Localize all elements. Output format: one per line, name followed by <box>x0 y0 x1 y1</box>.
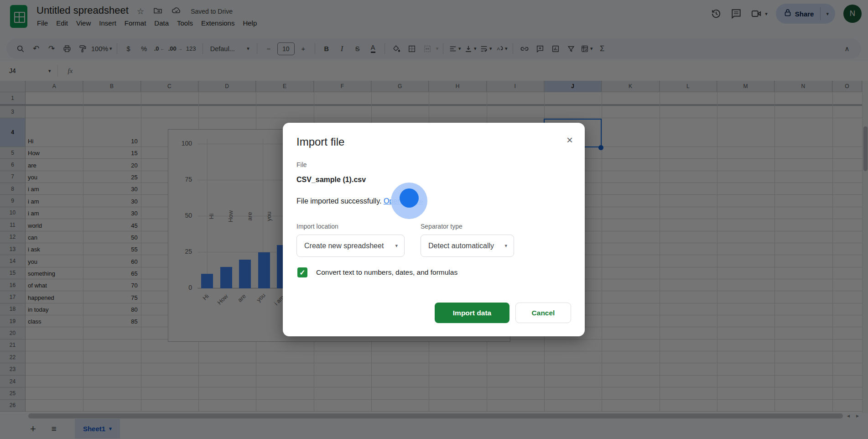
file-label: File <box>296 161 307 168</box>
file-name: CSV_sample (1).csv <box>296 176 366 184</box>
loading-spinner-dot <box>400 188 419 208</box>
import-data-button[interactable]: Import data <box>435 303 509 323</box>
separator-type-label: Separator type <box>421 223 463 230</box>
close-icon[interactable]: × <box>567 135 573 146</box>
convert-text-checkbox[interactable]: ✓ <box>297 267 307 277</box>
import-location-value: Create new spreadsheet <box>304 242 384 250</box>
separator-type-select[interactable]: Detect automatically ▾ <box>421 235 514 257</box>
import-location-select[interactable]: Create new spreadsheet ▾ <box>296 235 405 257</box>
separator-type-value: Detect automatically <box>428 242 494 250</box>
import-location-dropdown-icon: ▾ <box>395 243 398 249</box>
import-file-dialog: Import file × File CSV_sample (1).csv Fi… <box>283 123 585 336</box>
google-sheets-window: Untitled spreadsheet ☆ Saved to Drive Fi… <box>0 0 868 439</box>
separator-dropdown-icon: ▾ <box>504 243 507 249</box>
cancel-button[interactable]: Cancel <box>515 303 571 323</box>
convert-text-label: Convert text to numbers, dates, and form… <box>316 268 457 277</box>
import-location-label: Import location <box>296 223 338 230</box>
dialog-title: Import file <box>296 136 344 148</box>
